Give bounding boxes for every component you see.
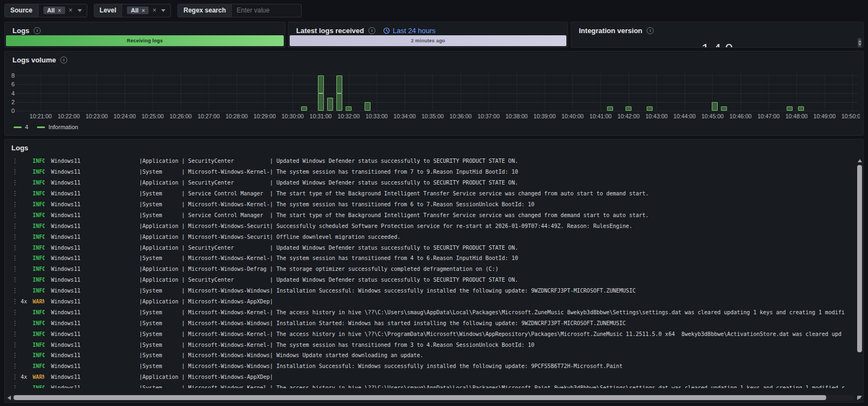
log-level: INFO xyxy=(33,180,44,186)
log-level-cell: INFO xyxy=(33,223,51,229)
kebab-menu-icon[interactable]: ⋮ xyxy=(12,276,21,283)
gridline xyxy=(16,75,858,76)
vertical-scrollbar-thumb[interactable] xyxy=(857,165,862,352)
scroll-up-icon[interactable] xyxy=(858,159,862,162)
info-icon[interactable]: i xyxy=(368,27,375,34)
level-filter[interactable]: Level All × × xyxy=(94,4,171,17)
kebab-menu-icon[interactable]: ⋮ xyxy=(12,157,21,164)
x-tick-label: 10:43:00 xyxy=(646,113,668,119)
kebab-menu-icon[interactable]: ⋮ xyxy=(12,201,21,208)
clear-filter-icon[interactable]: × xyxy=(152,7,156,14)
kebab-menu-icon[interactable]: ⋮ xyxy=(12,244,21,251)
y-tick-label: 8 xyxy=(8,72,15,79)
source-filter-pill[interactable]: All × xyxy=(43,7,65,14)
x-tick-label: 10:39:00 xyxy=(533,113,556,119)
log-level: INFO xyxy=(33,342,44,348)
time-range-link[interactable]: Last 24 hours xyxy=(383,27,436,35)
kebab-menu-icon[interactable]: ⋮ xyxy=(12,233,21,240)
kebab-menu-icon[interactable]: ⋮ xyxy=(12,331,21,338)
clear-filter-icon[interactable]: × xyxy=(69,7,73,14)
legend-label: Information xyxy=(48,124,78,130)
volume-bar xyxy=(327,98,333,111)
legend-item[interactable]: 4 xyxy=(14,124,28,130)
level-filter-value[interactable]: All × × xyxy=(122,4,170,17)
info-icon[interactable]: i xyxy=(647,27,654,34)
regex-search-filter[interactable]: Regex search xyxy=(177,4,302,17)
horizontal-scrollbar[interactable] xyxy=(7,395,854,401)
legend-series-dash-icon xyxy=(37,126,45,128)
log-level-cell: INFO xyxy=(33,352,51,358)
x-tick-label: 10:25:00 xyxy=(142,113,164,119)
integration-version-scrollbar[interactable] xyxy=(858,38,861,48)
kebab-menu-icon[interactable]: ⋮ xyxy=(12,287,21,294)
kebab-menu-icon[interactable]: ⋮ xyxy=(12,168,21,175)
kebab-menu-icon[interactable]: ⋮ xyxy=(12,373,21,380)
log-level-cell: INFO xyxy=(33,320,51,326)
log-level-cell: INFO xyxy=(33,266,51,272)
log-level: INFO xyxy=(33,288,44,294)
scroll-up-icon xyxy=(858,40,861,42)
kebab-menu-icon[interactable]: ⋮ xyxy=(12,384,21,388)
chevron-down-icon[interactable] xyxy=(78,9,82,12)
x-tick-label: 10:23:00 xyxy=(86,113,108,119)
source-filter[interactable]: Source All × × xyxy=(4,4,87,17)
log-row: ⋮INFOWindows11 |System | Service Control… xyxy=(5,210,863,220)
log-message: Windows11 |System | Microsoft-Windows-Ke… xyxy=(51,342,534,348)
volume-bar xyxy=(336,75,342,93)
log-row: ⋮INFOWindows11 |System | Microsoft-Windo… xyxy=(5,361,863,372)
volume-bar xyxy=(721,106,727,111)
kebab-menu-icon[interactable]: ⋮ xyxy=(12,179,21,186)
kebab-menu-icon[interactable]: ⋮ xyxy=(12,223,21,230)
kebab-menu-icon[interactable]: ⋮ xyxy=(12,212,21,219)
volume-bar xyxy=(798,106,804,111)
vertical-scrollbar[interactable] xyxy=(857,159,862,399)
log-level: INFO xyxy=(33,158,44,164)
log-level: WARN xyxy=(33,374,44,380)
gridline xyxy=(349,73,349,111)
x-tick-label: 10:33:00 xyxy=(366,113,388,119)
volume-bar xyxy=(607,106,613,111)
kebab-menu-icon[interactable]: ⋮ xyxy=(12,363,21,370)
kebab-menu-icon[interactable]: ⋮ xyxy=(12,352,21,359)
log-row: ⋮INFOWindows11 |Application | Microsoft-… xyxy=(5,231,863,242)
legend-series-dash-icon xyxy=(14,126,22,128)
log-message: Windows11 |Application | Microsoft-Windo… xyxy=(51,223,633,229)
log-level-cell: INFO xyxy=(33,342,51,348)
remove-pill-icon[interactable]: × xyxy=(58,8,61,14)
kebab-menu-icon[interactable]: ⋮ xyxy=(12,255,21,262)
kebab-menu-icon[interactable]: ⋮ xyxy=(12,298,21,305)
log-level: INFO xyxy=(33,352,44,358)
kebab-menu-icon[interactable]: ⋮ xyxy=(12,341,21,348)
log-level: INFO xyxy=(33,363,44,369)
remove-pill-icon[interactable]: × xyxy=(142,8,145,14)
horizontal-scrollbar-thumb[interactable] xyxy=(14,395,826,400)
x-tick-label: 10:34:00 xyxy=(393,113,416,119)
level-filter-pill[interactable]: All × xyxy=(127,7,149,14)
log-message: Windows11 |System | Microsoft-Windows-Ke… xyxy=(51,255,518,261)
source-filter-value[interactable]: All × × xyxy=(39,4,87,17)
source-filter-pill-text: All xyxy=(47,7,55,14)
x-tick-label: 10:50:00 xyxy=(841,113,860,119)
kebab-menu-icon[interactable]: ⋮ xyxy=(12,309,21,316)
log-message: Windows11 |System | Service Control Mana… xyxy=(51,212,649,218)
log-row: ⋮INFOWindows11 |System | Microsoft-Windo… xyxy=(5,339,863,350)
info-icon[interactable]: i xyxy=(60,56,67,64)
log-level: INFO xyxy=(33,169,44,175)
gridline xyxy=(601,73,601,111)
gridline xyxy=(125,73,125,111)
kebab-menu-icon[interactable]: ⋮ xyxy=(12,190,21,197)
kebab-menu-icon[interactable]: ⋮ xyxy=(12,265,21,272)
info-icon[interactable]: i xyxy=(34,27,41,34)
legend-item[interactable]: Information xyxy=(37,124,78,130)
log-level: INFO xyxy=(33,309,44,315)
log-level-cell: INFO xyxy=(33,309,51,315)
log-level-cell: INFO xyxy=(33,201,51,207)
scroll-right-icon[interactable] xyxy=(857,396,860,400)
chevron-down-icon[interactable] xyxy=(161,9,165,12)
log-message: Windows11 |System | Microsoft-Windows-Ke… xyxy=(51,385,845,388)
log-row: ⋮4xWARNWindows11 |Application | Microsof… xyxy=(5,296,863,307)
regex-search-input[interactable] xyxy=(237,7,296,14)
kebab-menu-icon[interactable]: ⋮ xyxy=(12,320,21,327)
log-level: WARN xyxy=(33,299,44,304)
scroll-left-icon[interactable] xyxy=(8,396,11,400)
